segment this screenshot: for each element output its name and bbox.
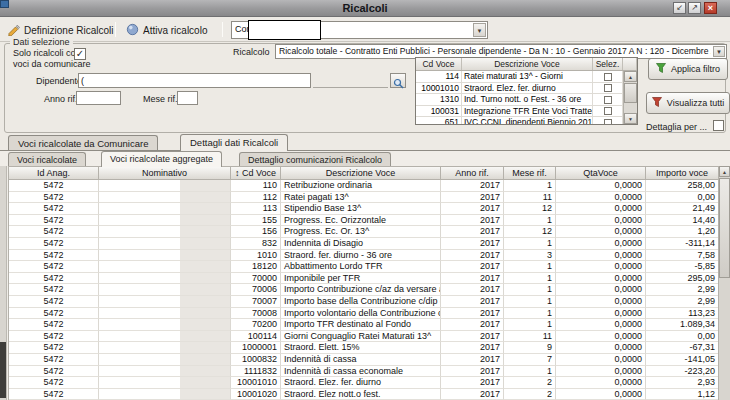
cell-mese-rif: 7	[504, 354, 556, 366]
table-row[interactable]: 5472 10001010 Straord. Elez. fer. diurno…	[9, 377, 718, 389]
table-row[interactable]: 5472 1000832 Indennità di cassa 2017 7 0…	[9, 354, 718, 366]
table-vertical-scrollbar[interactable]: ▲	[718, 166, 730, 400]
check-icon: ✓	[76, 48, 84, 59]
voci-grid-row[interactable]: 1310 Ind. Turno nott. o Fest. - 36 ore	[416, 94, 625, 106]
scroll-down-icon[interactable]: ▼	[624, 113, 637, 124]
voci-grid-header: Cd Voce Descrizione Voce Selez.	[416, 58, 637, 71]
table-row[interactable]: 5472 100114 Giorni Conguaglio Ratei Matu…	[9, 331, 718, 343]
window-close-icon[interactable]: ×	[704, 2, 717, 14]
left-scrollbar-thumb[interactable]	[0, 342, 6, 398]
cell-descrizione-voce: Indennita di Disagio	[281, 238, 441, 250]
voce-select-checkbox[interactable]	[604, 73, 612, 81]
applica-filtro-button[interactable]: Applica filtro	[648, 58, 728, 80]
solo-ricalcoli-checkbox[interactable]: ✓	[74, 48, 86, 60]
table-row[interactable]: 5472 112 Ratei pagati 13^ 2017 11 0,0000…	[9, 192, 718, 204]
voci-grid-row[interactable]: 100031 Integrazione TFR Ente Voci Tratte…	[416, 106, 625, 118]
table-header-descrizione-voce[interactable]: Descrizione Voce	[281, 167, 441, 179]
table-row[interactable]: 5472 70200 Importo TFR destinato al Fond…	[9, 319, 718, 331]
voce-select-checkbox[interactable]	[604, 107, 612, 115]
voce-select-checkbox[interactable]	[604, 96, 612, 104]
tab-voci-ricalcolate-aggregate[interactable]: Voci ricalcolate aggregate	[101, 151, 222, 167]
tab-dettagli-dati-ricalcoli[interactable]: Dettagli dati Ricalcoli	[180, 134, 288, 151]
voci-grid-scrollbar[interactable]: ▲ ▼	[623, 71, 637, 124]
table-header-cd-voce[interactable]: ↕ Cd Voce	[231, 167, 281, 179]
table-row[interactable]: 5472 10001020 Straord. Elez nott.o fest.…	[9, 389, 718, 400]
cell-id-anag: 5472	[9, 273, 99, 285]
voci-header-cd[interactable]: Cd Voce	[416, 58, 462, 70]
voci-header-selez[interactable]: Selez.	[593, 58, 623, 70]
table-row[interactable]: 5472 18120 Abbattimento Lordo TFR 2017 1…	[9, 261, 718, 273]
tab-voci-ricalcolate-da-comunicare[interactable]: Voci ricalcolate da Comunicare	[8, 135, 158, 151]
table-header-id-anag[interactable]: Id Anag.	[9, 167, 99, 179]
mese-rif-input[interactable]	[177, 91, 198, 105]
scrollbar-thumb[interactable]	[624, 83, 637, 103]
table-row[interactable]: 5472 1000001 Straord. Elett. 15% 2017 9 …	[9, 342, 718, 354]
chevron-down-icon[interactable]: ▼	[473, 23, 486, 37]
table-row[interactable]: 5472 70006 Importo Contribuzione c/az da…	[9, 284, 718, 296]
voci-grid-row[interactable]: 114 Ratei maturati 13^ - Giorni	[416, 71, 625, 83]
cell-importo-voce: 1,20	[646, 226, 718, 238]
cell-cd-voce: 70006	[231, 284, 281, 296]
left-scrollbar-strip[interactable]	[0, 166, 7, 400]
table-header-importo-voce[interactable]: Importo voce	[646, 167, 719, 179]
cell-cd-voce: 70008	[231, 308, 281, 320]
dipendente-input[interactable]	[78, 73, 311, 88]
table-header-qtavoce[interactable]: QtaVoce	[556, 167, 646, 179]
table-row[interactable]: 5472 1010 Straord. fer. diurno - 36 ore …	[9, 250, 718, 262]
cell-cd-voce: 1111832	[231, 366, 281, 378]
scrollbar-thumb[interactable]	[719, 178, 730, 278]
cell-qtavoce: 0,0000	[556, 342, 646, 354]
attiva-ricalcolo-button[interactable]: Attiva ricalcolo	[126, 21, 207, 39]
table-row[interactable]: 5472 1111832 Indennità di cassa economal…	[9, 366, 718, 378]
table-row[interactable]: 5472 832 Indennita di Disagio 2017 1 0,0…	[9, 238, 718, 250]
scroll-up-icon[interactable]: ▲	[624, 71, 637, 82]
window-restore-icon[interactable]: ↙	[673, 2, 686, 14]
search-icon	[393, 75, 404, 93]
cell-importo-voce: 113,23	[646, 308, 718, 320]
voci-grid-row[interactable]: 651 IVC CCNL dipendenti Biennio 2010-201…	[416, 117, 625, 125]
cell-mese-rif: 2	[504, 377, 556, 389]
cell-descrizione-voce: Indennità di cassa	[281, 354, 441, 366]
cell-nominativo	[99, 354, 231, 366]
table-row[interactable]: 5472 156 Progress. Ec. Or. 13^ 2017 12 0…	[9, 226, 718, 238]
table-row[interactable]: 5472 70000 Imponibile per TFR 2017 1 0,0…	[9, 273, 718, 285]
table-body: 5472 110 Retribuzione ordinaria 2017 1 0…	[8, 180, 718, 400]
table-header-anno-rif[interactable]: Anno rif.	[441, 167, 504, 179]
table-row[interactable]: 5472 113 Stipendio Base 13^ 2017 12 0,00…	[9, 203, 718, 215]
scroll-up-icon[interactable]: ▲	[719, 166, 730, 177]
tab-voci-ricalcolate[interactable]: Voci ricalcolate	[8, 152, 86, 167]
visualizza-tutti-button[interactable]: Visualizza tutti	[646, 92, 730, 114]
anno-rif-input[interactable]	[76, 91, 121, 105]
table-row[interactable]: 5472 110 Retribuzione ordinaria 2017 1 0…	[9, 180, 718, 192]
cell-id-anag: 5472	[9, 284, 99, 296]
cell-id-anag: 5472	[9, 215, 99, 227]
table-row[interactable]: 5472 70007 Importo base della Contribuzi…	[9, 296, 718, 308]
dettaglia-per-checkbox[interactable]	[713, 120, 724, 131]
cell-descrizione-voce: Straord. Elett. 15%	[281, 342, 441, 354]
cell-anno-rif: 2017	[441, 250, 504, 262]
chevron-down-icon[interactable]: ▼	[713, 46, 725, 57]
table-header-nominativo[interactable]: Nominativo	[99, 167, 231, 179]
dipendente-underline	[313, 87, 388, 88]
tab-dettaglio-comunicazioni-ricalcolo[interactable]: Dettaglio comunicazioni Ricalcolo	[239, 152, 391, 167]
voce-select-checkbox[interactable]	[604, 84, 612, 92]
cell-cd-voce: 112	[231, 192, 281, 204]
cell-qtavoce: 0,0000	[556, 319, 646, 331]
cell-descrizione-voce: Stipendio Base 13^	[281, 203, 441, 215]
window-maximize-icon[interactable]: ↗	[688, 2, 701, 14]
cell-id-anag: 5472	[9, 192, 99, 204]
cell-anno-rif: 2017	[441, 331, 504, 343]
cell-anno-rif: 2017	[441, 180, 504, 192]
table-row[interactable]: 5472 70008 Importo volontario della Cont…	[9, 308, 718, 320]
cell-qtavoce: 0,0000	[556, 226, 646, 238]
table-row[interactable]: 5472 155 Progress. Ec. Orizzontale 2017 …	[9, 215, 718, 227]
voci-grid-row[interactable]: 10001010 Straord. Elez. fer. diurno	[416, 83, 625, 95]
cell-descrizione-voce: Importo Contribuzione c/az da versare al…	[281, 284, 441, 296]
voce-select-checkbox[interactable]	[604, 119, 612, 126]
pencil-icon	[7, 23, 20, 38]
table-header-mese-rif[interactable]: Mese rif.	[504, 167, 556, 179]
dipendente-search-button[interactable]	[390, 73, 406, 88]
voci-header-desc[interactable]: Descrizione Voce	[462, 58, 593, 70]
cell-anno-rif: 2017	[441, 296, 504, 308]
voci-cell-selez	[593, 94, 623, 105]
